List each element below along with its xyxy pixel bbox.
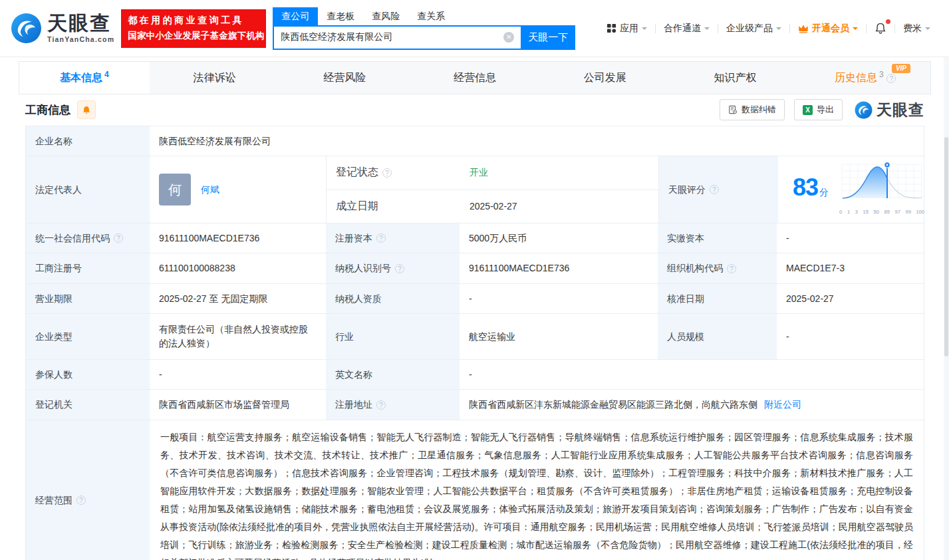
reg-status-label: 登记状态 bbox=[336, 166, 378, 180]
tab-company-development[interactable]: 公司发展 bbox=[540, 62, 670, 94]
uscc-label: 统一社会信用代码 bbox=[35, 231, 110, 245]
header-nav: 应用 合作通道 企业级产品 开通会员 bbox=[599, 22, 938, 35]
score-axis-ticks: 0131550859799100 bbox=[839, 205, 924, 219]
search-tab-relation[interactable]: 查关系 bbox=[408, 7, 454, 25]
chevron-down-icon bbox=[925, 27, 930, 33]
tianyancha-logo[interactable]: 天眼查 TianYanCha.com bbox=[11, 13, 114, 44]
search-tab-boss[interactable]: 查老板 bbox=[318, 7, 363, 25]
help-icon[interactable] bbox=[376, 233, 386, 243]
help-icon[interactable] bbox=[382, 168, 392, 178]
table-row: 登记机关 陕西省西咸新区市场监督管理局 注册地址 陕西省西咸新区沣东新城能源金融… bbox=[26, 390, 924, 420]
table-row: 统一社会信用代码 91611100MAECD1E736 注册资本 5000万人民… bbox=[26, 223, 924, 253]
help-icon[interactable] bbox=[395, 264, 404, 273]
search-tab-risk[interactable]: 查风险 bbox=[363, 7, 408, 25]
watermark-logo: 天眼查 bbox=[855, 100, 924, 120]
taxpayer-id-value: 91611100MAECD1E736 bbox=[469, 261, 569, 275]
table-row: 法定代表人 何 何斌 登记状态 开业 成立日期 2025- bbox=[26, 156, 924, 223]
help-icon[interactable] bbox=[376, 400, 386, 410]
scrollbar-track[interactable] bbox=[944, 57, 949, 560]
tab-label: 公司发展 bbox=[584, 72, 626, 83]
search-tabs: 查公司 查老板 查风险 查关系 bbox=[273, 7, 575, 25]
reg-status-value: 开业 bbox=[460, 167, 658, 179]
nav-enterprise[interactable]: 企业级产品 bbox=[718, 23, 789, 35]
help-icon[interactable] bbox=[114, 233, 123, 243]
reg-address-value: 陕西省西咸新区沣东新城能源金融贸易区能源三路北侧，尚航六路东侧 bbox=[469, 398, 757, 412]
industry-value: 航空运输业 bbox=[469, 330, 515, 344]
score-unit: 分 bbox=[819, 186, 829, 200]
help-icon[interactable] bbox=[76, 495, 86, 505]
legal-rep-link[interactable]: 何斌 bbox=[201, 183, 219, 197]
nav-vip-label: 开通会员 bbox=[812, 23, 849, 35]
logo-brand-text: 天眼查 bbox=[47, 13, 114, 33]
business-scope-label: 经营范围 bbox=[35, 493, 72, 507]
nav-apps[interactable]: 应用 bbox=[599, 23, 655, 35]
table-row: 企业类型 有限责任公司（非自然人投资或控股的法人独资） 行业 航空运输业 人员规… bbox=[26, 314, 924, 360]
reg-address-label: 注册地址 bbox=[335, 398, 372, 412]
english-name-value: - bbox=[469, 368, 472, 382]
reg-authority-value: 陕西省西咸新区市场监督管理局 bbox=[159, 398, 289, 412]
nav-vip-upgrade[interactable]: 开通会员 bbox=[790, 23, 866, 35]
paid-capital-value: - bbox=[786, 231, 789, 245]
legal-rep-label: 法定代表人 bbox=[35, 183, 82, 197]
nav-user-label: 费米 bbox=[903, 23, 922, 35]
chevron-down-icon bbox=[704, 27, 710, 33]
nearby-companies-link[interactable]: 附近公司 bbox=[764, 398, 801, 412]
insured-label: 参保人数 bbox=[35, 368, 72, 382]
tab-legal-proceedings[interactable]: 法律诉讼 bbox=[150, 62, 280, 94]
nav-user[interactable]: 费米 bbox=[895, 23, 938, 35]
banner-line1: 都在用的商业查询工具 bbox=[128, 15, 259, 27]
reg-no-value: 611100100088238 bbox=[159, 261, 235, 275]
crown-icon bbox=[798, 24, 809, 33]
tab-basic-info[interactable]: 基本信息4 bbox=[19, 62, 150, 94]
search-tab-company[interactable]: 查公司 bbox=[273, 7, 318, 25]
legal-rep-avatar[interactable]: 何 bbox=[159, 174, 191, 206]
watermark-text: 天眼查 bbox=[877, 100, 924, 120]
reg-capital-label: 注册资本 bbox=[335, 231, 372, 245]
reg-no-label: 工商注册号 bbox=[35, 261, 82, 275]
tab-history-info[interactable]: VIP 历史信息3 bbox=[800, 62, 930, 94]
company-type-value: 有限责任公司（非自然人投资或控股的法人独资） bbox=[159, 323, 317, 350]
help-icon[interactable] bbox=[727, 264, 736, 273]
company-type-label: 企业类型 bbox=[35, 330, 72, 344]
export-button[interactable]: 导出 bbox=[794, 99, 843, 120]
tab-operating-risk[interactable]: 经营风险 bbox=[279, 62, 410, 94]
term-label: 营业期限 bbox=[35, 292, 72, 306]
excel-icon bbox=[803, 105, 813, 115]
table-row: 经营范围 一般项目：航空运营支持服务；航空运输设备销售；智能无人飞行器制造；智能… bbox=[26, 420, 924, 560]
top-header: 天眼查 TianYanCha.com 都在用的商业查询工具 国家中小企业发展子基… bbox=[0, 0, 949, 57]
nav-enterprise-label: 企业级产品 bbox=[726, 23, 773, 35]
nav-partner[interactable]: 合作通道 bbox=[656, 23, 718, 35]
subscribe-bell-button[interactable] bbox=[77, 100, 96, 119]
insured-value: - bbox=[159, 368, 162, 382]
taxpayer-id-label: 纳税人识别号 bbox=[335, 261, 391, 275]
tab-label: 历史信息 bbox=[835, 72, 877, 83]
tab-intellectual-property[interactable]: 知识产权 bbox=[670, 62, 801, 94]
table-row: 营业期限 2025-02-27 至 无固定期限 纳税人资质 - 核准日期 202… bbox=[26, 284, 924, 314]
nav-notifications[interactable] bbox=[867, 22, 894, 35]
tianyancha-watermark-icon bbox=[855, 101, 873, 119]
search-input[interactable] bbox=[273, 25, 521, 50]
tab-operating-info[interactable]: 经营信息 bbox=[410, 62, 540, 94]
data-correction-button[interactable]: 数据纠错 bbox=[720, 99, 785, 120]
scrollbar-thumb[interactable] bbox=[944, 137, 948, 356]
chevron-down-icon bbox=[776, 27, 781, 33]
tab-label: 法律诉讼 bbox=[194, 72, 236, 83]
score-label: 天眼评分 bbox=[668, 183, 706, 197]
clear-search-icon[interactable]: ✕ bbox=[503, 32, 514, 43]
data-correction-label: 数据纠错 bbox=[742, 104, 776, 116]
tab-count: 3 bbox=[879, 70, 884, 79]
staff-size-value: - bbox=[786, 330, 789, 344]
help-icon[interactable] bbox=[886, 74, 896, 83]
bell-icon bbox=[875, 22, 886, 35]
establish-date-value: 2025-02-27 bbox=[460, 201, 658, 211]
approval-date-value: 2025-02-27 bbox=[786, 292, 834, 306]
chevron-down-icon bbox=[642, 27, 647, 33]
term-value: 2025-02-27 至 无固定期限 bbox=[159, 292, 267, 306]
score-curve bbox=[839, 160, 924, 200]
industry-label: 行业 bbox=[335, 330, 354, 344]
help-icon[interactable] bbox=[710, 185, 719, 194]
business-info-section: 工商信息 数据纠错 bbox=[19, 94, 931, 560]
search-button[interactable]: 天眼一下 bbox=[521, 25, 575, 50]
reg-authority-label: 登记机关 bbox=[35, 398, 72, 412]
staff-size-label: 人员规模 bbox=[667, 330, 704, 344]
